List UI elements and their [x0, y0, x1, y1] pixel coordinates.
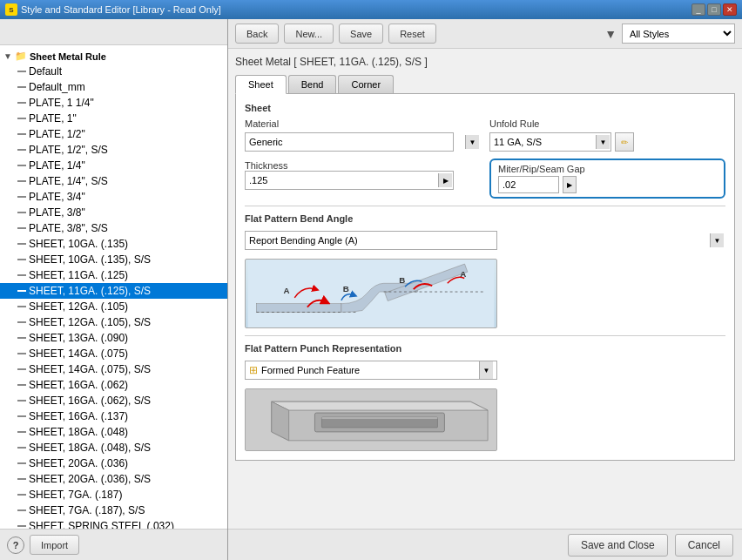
- list-item[interactable]: SHEET, 20GA. (.036): [0, 455, 227, 471]
- thickness-input[interactable]: [245, 171, 454, 190]
- unfold-dropdown-wrapper: ▼: [489, 132, 611, 152]
- flat-pattern-input[interactable]: [245, 231, 497, 250]
- punch-dropdown-arrow[interactable]: ▼: [479, 361, 493, 379]
- list-item-label: PLATE, 1/4": [29, 159, 85, 172]
- list-item[interactable]: PLATE, 3/8", S/S: [0, 220, 227, 236]
- list-item-selected[interactable]: SHEET, 11GA. (.125), S/S: [0, 283, 227, 299]
- right-toolbar: Back New... Save Reset ▼ All Styles Stan…: [228, 19, 742, 49]
- list-item[interactable]: SHEET, 18GA. (.048): [0, 424, 227, 440]
- list-item-label: SHEET, 13GA. (.090): [29, 332, 128, 344]
- content-area: Sheet Metal [ SHEET, 11GA. (.125), S/S ]…: [228, 49, 742, 529]
- minimize-button[interactable]: _: [691, 3, 705, 16]
- flat-pattern-dropdown-arrow[interactable]: ▼: [710, 233, 724, 247]
- list-item-label: SHEET, 10GA. (.135), S/S: [29, 253, 151, 266]
- dash-icon: [17, 494, 26, 496]
- list-item-label: SHEET, 11GA. (.125): [29, 269, 128, 281]
- punch-icon: ⊞: [249, 364, 258, 376]
- app-icon: S: [5, 3, 17, 16]
- tab-bar: Sheet Bend Corner: [235, 75, 735, 94]
- tab-sheet[interactable]: Sheet: [235, 75, 287, 94]
- list-item[interactable]: SHEET, 16GA. (.062): [0, 377, 227, 393]
- list-item[interactable]: PLATE, 1": [0, 111, 227, 126]
- sheet-section-label: Sheet: [245, 103, 725, 113]
- list-item-label: SHEET, 12GA. (.105), S/S: [29, 316, 151, 328]
- punch-feature-value: Formed Punch Feature: [261, 365, 476, 375]
- list-item[interactable]: SHEET, 16GA. (.062), S/S: [0, 393, 227, 408]
- new-button[interactable]: New...: [284, 24, 334, 44]
- cancel-button[interactable]: Cancel: [675, 534, 733, 557]
- dash-icon: [17, 415, 26, 417]
- thickness-section: Thickness ▶: [245, 160, 481, 190]
- list-item[interactable]: SHEET, 10GA. (.135), S/S: [0, 252, 227, 267]
- miter-box: Miter/Rip/Seam Gap ▶: [489, 159, 725, 199]
- filter-icon: ▼: [604, 27, 617, 41]
- unfold-dropdown-arrow[interactable]: ▼: [596, 135, 610, 149]
- list-item-label: Default_mm: [29, 81, 85, 93]
- bottom-buttons: Save and Close Cancel: [228, 529, 742, 560]
- dash-icon: [17, 149, 26, 151]
- list-item-label: SHEET, 12GA. (.105): [29, 300, 128, 313]
- thickness-dropdown-wrapper: ▶: [245, 171, 454, 190]
- material-input[interactable]: [245, 132, 454, 152]
- list-item[interactable]: PLATE, 3/4": [0, 189, 227, 205]
- list-item[interactable]: SHEET, SPRING STEEL (.032): [0, 518, 227, 529]
- list-item[interactable]: PLATE, 3/8": [0, 205, 227, 220]
- dash-icon: [17, 306, 26, 307]
- material-dropdown-arrow[interactable]: ▼: [465, 135, 479, 149]
- miter-arrow-button[interactable]: ▶: [563, 176, 577, 193]
- save-button[interactable]: Save: [339, 24, 383, 44]
- list-item[interactable]: SHEET, 7GA. (.187), S/S: [0, 503, 227, 518]
- list-item[interactable]: PLATE, 1/2": [0, 126, 227, 142]
- tab-corner[interactable]: Corner: [338, 75, 394, 94]
- dash-icon: [17, 196, 26, 198]
- list-item[interactable]: SHEET, 14GA. (.075): [0, 346, 227, 361]
- edit-unfold-button[interactable]: ✏: [615, 132, 634, 152]
- list-item[interactable]: SHEET, 10GA. (.135): [0, 236, 227, 252]
- svg-text:B: B: [343, 284, 349, 293]
- dash-icon: [17, 118, 26, 119]
- tab-bend[interactable]: Bend: [288, 75, 337, 94]
- list-item[interactable]: SHEET, 20GA. (.036), S/S: [0, 471, 227, 487]
- list-item-label: SHEET, 20GA. (.036): [29, 457, 128, 469]
- back-button[interactable]: Back: [235, 24, 279, 44]
- list-item[interactable]: SHEET, 12GA. (.105), S/S: [0, 314, 227, 330]
- list-item[interactable]: SHEET, 18GA. (.048), S/S: [0, 440, 227, 455]
- dash-icon: [17, 525, 26, 527]
- list-item[interactable]: SHEET, 16GA. (.137): [0, 408, 227, 424]
- material-label: Material: [245, 118, 481, 129]
- help-button[interactable]: ?: [7, 536, 24, 554]
- list-item-label: SHEET, 11GA. (.125), S/S: [29, 285, 151, 297]
- list-item[interactable]: SHEET, 7GA. (.187): [0, 487, 227, 503]
- list-item[interactable]: Default: [0, 64, 227, 79]
- unfold-rule-input[interactable]: [489, 132, 611, 152]
- list-item-label: PLATE, 1": [29, 112, 77, 125]
- list-item[interactable]: SHEET, 13GA. (.090): [0, 330, 227, 346]
- tab-content: Sheet Material ▼ Thickness: [235, 93, 735, 461]
- miter-input[interactable]: [498, 176, 559, 193]
- list-item[interactable]: SHEET, 14GA. (.075), S/S: [0, 361, 227, 377]
- close-button[interactable]: ✕: [723, 3, 737, 16]
- list-item[interactable]: SHEET, 11GA. (.125): [0, 267, 227, 283]
- list-item-label: SHEET, 16GA. (.137): [29, 410, 128, 422]
- list-item[interactable]: Default_mm: [0, 79, 227, 95]
- list-item[interactable]: PLATE, 1/2", S/S: [0, 142, 227, 158]
- maximize-button[interactable]: □: [707, 3, 721, 16]
- list-item[interactable]: PLATE, 1/4", S/S: [0, 173, 227, 189]
- save-and-close-button[interactable]: Save and Close: [568, 534, 668, 557]
- tree-root[interactable]: ▼ 📁 Sheet Metal Rule: [0, 49, 227, 64]
- list-item[interactable]: PLATE, 1/4": [0, 158, 227, 173]
- dash-icon: [17, 71, 26, 72]
- styles-dropdown[interactable]: All Styles Standard Styles Local Styles: [622, 24, 735, 44]
- tree-area: ▼ 📁 Sheet Metal Rule Default Default_mm …: [0, 45, 227, 529]
- reset-button[interactable]: Reset: [388, 24, 436, 44]
- unfold-row: ▼ ✏: [489, 132, 725, 152]
- list-item[interactable]: SHEET, 12GA. (.105): [0, 299, 227, 314]
- thickness-dropdown-arrow[interactable]: ▶: [438, 173, 452, 187]
- punch-preview: [245, 388, 497, 451]
- list-item-label: PLATE, 1/2": [29, 128, 85, 140]
- dash-icon: [17, 180, 26, 182]
- list-item[interactable]: PLATE, 1 1/4": [0, 95, 227, 111]
- thickness-label: Thickness: [245, 160, 481, 171]
- divider: [245, 206, 725, 206]
- import-button[interactable]: Import: [30, 535, 79, 555]
